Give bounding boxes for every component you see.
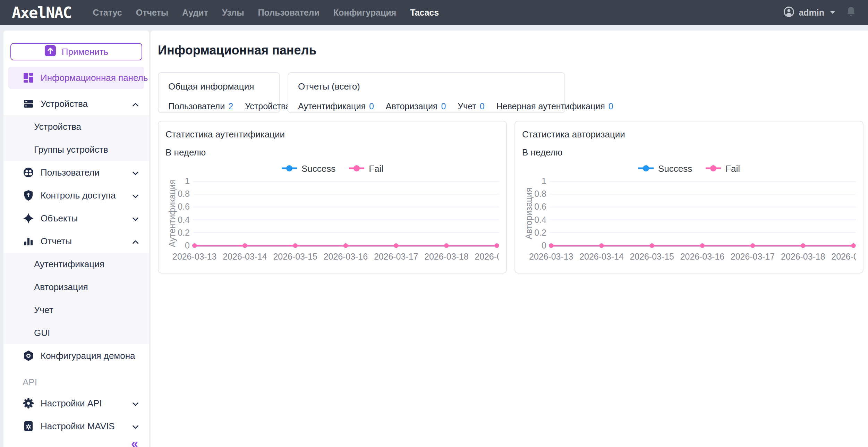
stat-label: Аутентификация (298, 101, 366, 111)
main-panel: Информационная панель Общая информацияПо… (151, 31, 868, 447)
svg-text:2026-03-19: 2026-03-19 (831, 252, 856, 261)
chevron-up-icon (132, 236, 139, 247)
chart-legend: SuccessFail (165, 163, 499, 174)
legend-item-fail[interactable]: Fail (705, 163, 740, 174)
svg-text:0.8: 0.8 (178, 189, 190, 199)
svg-text:2026-03-17: 2026-03-17 (731, 252, 775, 261)
nav-item-reports[interactable]: Отчеты (136, 8, 168, 18)
sidebar-item-label: Отчеты (41, 236, 126, 247)
sidebar-item-label: Конфигурация демона (41, 351, 139, 361)
svg-text:0.8: 0.8 (534, 189, 546, 199)
svg-text:2026-03-14: 2026-03-14 (223, 252, 267, 261)
sidebar-subitem-authorization[interactable]: Авторизация (3, 276, 149, 298)
stat-item: Пользователи2 (168, 101, 233, 111)
sidebar-subitem-gui[interactable]: GUI (3, 321, 149, 344)
svg-text:2026-03-15: 2026-03-15 (630, 252, 674, 261)
legend-label: Fail (369, 163, 383, 174)
sidebar-submenu: УстройстваГруппы устройств (3, 115, 149, 161)
sidebar-item-access-control[interactable]: Контроль доступа (3, 184, 149, 207)
chevron-down-icon (132, 167, 139, 178)
sidebar-item-label: Информационная панель (41, 73, 148, 83)
sidebar-item-users[interactable]: Пользователи (3, 161, 149, 184)
legend-item-success[interactable]: Success (281, 163, 335, 174)
svg-text:2026-03-18: 2026-03-18 (781, 252, 825, 261)
notifications-bell-button[interactable] (846, 6, 856, 19)
card-stats: Пользователи2Устройства2 (168, 101, 270, 111)
svg-text:0: 0 (542, 241, 546, 250)
svg-text:1: 1 (185, 177, 190, 186)
server-icon (23, 98, 34, 109)
nav-item-nodes[interactable]: Узлы (222, 8, 244, 18)
apply-button[interactable]: Применить (10, 43, 142, 60)
legend-item-success[interactable]: Success (638, 163, 692, 174)
top-navbar: AxelNAC СтатусОтчетыАудитУзлыПользовател… (0, 0, 868, 25)
chart-subtitle: В неделю (165, 147, 499, 158)
sidebar-item-api-settings[interactable]: Настройки API (3, 392, 149, 415)
legend-marker (281, 163, 297, 174)
stat-value[interactable]: 0 (480, 101, 485, 111)
username: admin (799, 8, 824, 18)
authorization-stats-card: Статистика авторизацииВ неделюSuccessFai… (514, 121, 863, 273)
sidebar-item-mavis-settings[interactable]: Настройки MAVIS (3, 415, 149, 438)
navbar-menu: СтатусОтчетыАудитУзлыПользователиКонфигу… (93, 8, 783, 18)
sidebar-menu: Информационная панельУстройстваУстройств… (3, 67, 149, 438)
sidebar-item-daemon-config[interactable]: Конфигурация демона (3, 344, 149, 367)
stat-item: Авторизация0 (386, 101, 446, 111)
stat-value[interactable]: 0 (441, 101, 446, 111)
chart-title: Статистика аутентификации (165, 129, 499, 140)
apply-upload-icon (44, 45, 56, 59)
chart-subtitle: В неделю (522, 147, 856, 158)
sidebar-item-label: Контроль доступа (41, 190, 126, 201)
sidebar-item-devices[interactable]: Устройства (3, 92, 149, 115)
svg-text:2026-03-18: 2026-03-18 (424, 252, 468, 261)
svg-text:1: 1 (542, 177, 546, 186)
sidebar-subitem-label: Учет (34, 305, 53, 315)
sidebar-item-reports[interactable]: Отчеты (3, 230, 149, 253)
sidebar-item-dashboard[interactable]: Информационная панель (8, 67, 144, 89)
nav-item-status[interactable]: Статус (93, 8, 122, 18)
sidebar-item-label: Устройства (41, 99, 126, 109)
authentication-stats-card: Статистика аутентификацииВ неделюSuccess… (158, 121, 507, 273)
svg-text:2026-03-16: 2026-03-16 (680, 252, 724, 261)
svg-text:Аутентификация: Аутентификация (167, 180, 177, 247)
sidebar-item-label: Настройки API (41, 398, 126, 409)
svg-text:2026-03-13: 2026-03-13 (172, 252, 216, 261)
sparkle-icon (23, 213, 34, 224)
sidebar-subitem-device-groups[interactable]: Группы устройств (3, 138, 149, 161)
nav-item-audit[interactable]: Аудит (182, 8, 208, 18)
nav-item-tacacs[interactable]: Tacacs (410, 8, 439, 18)
file-gear-icon (23, 421, 34, 432)
sidebar-subitem-label: GUI (34, 328, 50, 338)
stat-value[interactable]: 2 (228, 101, 233, 111)
user-menu[interactable]: admin (783, 6, 835, 19)
user-circle-icon (783, 6, 794, 19)
shield-icon (23, 190, 34, 201)
nav-item-users[interactable]: Пользователи (258, 8, 320, 18)
svg-text:0.6: 0.6 (534, 202, 546, 211)
sidebar-item-objects[interactable]: Объекты (3, 207, 149, 230)
legend-marker (349, 163, 365, 174)
legend-label: Success (658, 163, 692, 174)
stat-value[interactable]: 0 (609, 101, 613, 111)
sidebar-subitem-accounting[interactable]: Учет (3, 298, 149, 321)
stat-item: Учет0 (458, 101, 484, 111)
sidebar-collapse-button[interactable]: « (3, 438, 149, 447)
chart-legend: SuccessFail (522, 163, 856, 174)
stat-value[interactable]: 0 (369, 101, 374, 111)
svg-text:Авторизация: Авторизация (524, 188, 534, 239)
sidebar-submenu: АутентификацияАвторизацияУчетGUI (3, 253, 149, 344)
legend-label: Fail (725, 163, 740, 174)
legend-item-fail[interactable]: Fail (349, 163, 383, 174)
svg-text:0.6: 0.6 (178, 202, 190, 211)
bar-chart-icon (23, 236, 34, 247)
chevron-up-icon (132, 99, 139, 109)
reports-total-card: Отчеты (всего)Аутентификация0Авторизация… (288, 72, 565, 113)
sidebar: Применить Информационная панельУстройств… (3, 31, 149, 447)
svg-text:0.2: 0.2 (178, 228, 190, 237)
sidebar-subitem-authentication[interactable]: Аутентификация (3, 253, 149, 276)
sidebar-subitem-devices-list[interactable]: Устройства (3, 115, 149, 138)
nav-item-configuration[interactable]: Конфигурация (333, 8, 396, 18)
general-info-card: Общая информацияПользователи2Устройства2 (158, 72, 280, 113)
dashboard-icon (23, 72, 34, 83)
app-logo: AxelNAC (12, 4, 71, 22)
